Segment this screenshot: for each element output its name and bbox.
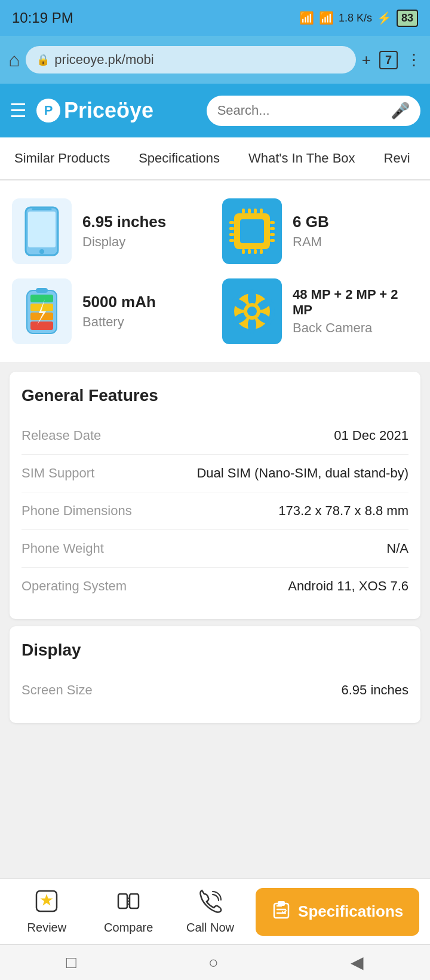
svg-rect-5 xyxy=(240,219,264,243)
svg-rect-14 xyxy=(242,209,245,213)
url-bar[interactable]: 🔒 priceoye.pk/mobi xyxy=(26,46,355,74)
browser-actions: + 7 ⋮ xyxy=(362,51,422,69)
svg-point-2 xyxy=(39,249,44,254)
menu-dots-icon[interactable]: ⋮ xyxy=(406,51,422,69)
display-features-section: Display Screen Size 6.95 inches xyxy=(10,626,420,723)
review-action[interactable]: Review xyxy=(6,889,88,935)
feature-key-screen-size: Screen Size xyxy=(22,682,176,698)
svg-rect-10 xyxy=(270,221,275,224)
logo-text: Priceöye xyxy=(64,98,153,123)
hamburger-icon[interactable]: ☰ xyxy=(10,99,27,122)
specs-clipboard-icon xyxy=(272,900,291,923)
feature-row-weight: Phone Weight N/A xyxy=(22,530,408,568)
bottom-bar: Review Compare Call Now xyxy=(0,878,430,944)
svg-rect-9 xyxy=(229,239,234,242)
svg-rect-24 xyxy=(30,321,53,330)
camera-label: Back Camera xyxy=(293,320,418,336)
svg-rect-12 xyxy=(270,233,275,236)
svg-rect-16 xyxy=(254,209,257,213)
svg-rect-7 xyxy=(229,227,234,230)
feature-key-sim: SIM Support xyxy=(22,466,176,481)
add-tab-icon[interactable]: + xyxy=(362,51,371,69)
nav-tabs: Similar Products Specifications What's I… xyxy=(0,137,430,180)
specifications-button[interactable]: Specifications xyxy=(256,888,419,936)
feature-row-dimensions: Phone Dimensions 173.2 x 78.7 x 8.8 mm xyxy=(22,492,408,530)
home-icon[interactable]: ⌂ xyxy=(8,49,20,71)
status-icons: 📶 📶 1.8 K/s ⚡ 83 xyxy=(299,10,418,27)
feature-val-screen-size: 6.95 inches xyxy=(176,682,408,698)
logo-icon: P xyxy=(36,99,60,122)
battery-spec-icon xyxy=(12,278,72,344)
nav-triangle-icon[interactable]: ◀ xyxy=(351,953,364,972)
feature-val-os: Android 11, XOS 7.6 xyxy=(176,578,408,594)
call-now-action[interactable]: Call Now xyxy=(170,889,251,935)
lock-icon: 🔒 xyxy=(36,53,50,66)
compare-action[interactable]: Compare xyxy=(88,889,170,935)
nav-square-icon[interactable]: □ xyxy=(66,953,76,972)
search-box[interactable]: 🎤 xyxy=(207,96,420,126)
compare-label: Compare xyxy=(104,921,153,935)
feature-val-dimensions: 173.2 x 78.7 x 8.8 mm xyxy=(176,503,408,519)
svg-rect-21 xyxy=(260,249,263,254)
feature-val-sim: Dual SIM (Nano-SIM, dual stand-by) xyxy=(176,466,408,481)
svg-rect-13 xyxy=(270,239,275,242)
svg-rect-20 xyxy=(254,249,257,254)
camera-spec-text: 48 MP + 2 MP + 2 MP Back Camera xyxy=(293,287,418,336)
feature-row-screen-size: Screen Size 6.95 inches xyxy=(22,672,408,709)
camera-icon xyxy=(222,278,282,344)
svg-rect-41 xyxy=(130,894,139,908)
feature-row-os: Operating System Android 11, XOS 7.6 xyxy=(22,568,408,605)
battery-label: Battery xyxy=(82,314,156,330)
battery-value: 5000 mAh xyxy=(82,293,156,311)
call-now-label: Call Now xyxy=(186,921,234,935)
feature-key-dimensions: Phone Dimensions xyxy=(22,503,176,519)
spec-item-battery: 5000 mAh Battery xyxy=(12,278,208,344)
tab-similar-products[interactable]: Similar Products xyxy=(0,137,124,179)
specifications-label: Specifications xyxy=(298,902,403,921)
feature-val-weight: N/A xyxy=(176,541,408,556)
feature-row-release-date: Release Date 01 Dec 2021 xyxy=(22,417,408,455)
wifi-icon: 📶 xyxy=(299,11,314,25)
svg-rect-17 xyxy=(260,209,263,213)
tab-reviews[interactable]: Revi xyxy=(370,137,425,179)
search-input[interactable] xyxy=(217,103,385,118)
svg-marker-39 xyxy=(41,894,53,906)
nav-circle-icon[interactable]: ○ xyxy=(208,953,219,972)
spec-item-display: 6.95 inches Display xyxy=(12,198,208,264)
feature-val-release-date: 01 Dec 2021 xyxy=(176,428,408,443)
ram-value: 6 GB xyxy=(293,213,329,231)
tab-specifications[interactable]: Specifications xyxy=(124,137,234,179)
svg-rect-40 xyxy=(118,894,127,908)
url-text: priceoye.pk/mobi xyxy=(54,52,153,68)
signal-icon: 📶 xyxy=(319,11,334,25)
display-features-title: Display xyxy=(22,641,408,660)
battery-level: 83 xyxy=(397,10,418,27)
browser-bar: ⌂ 🔒 priceoye.pk/mobi + 7 ⋮ xyxy=(0,36,430,84)
spec-item-camera: 48 MP + 2 MP + 2 MP Back Camera xyxy=(222,278,418,344)
tab-count[interactable]: 7 xyxy=(379,51,398,69)
specs-grid: 6.95 inches Display xyxy=(0,180,430,362)
app-header: ☰ P Priceöye 🎤 xyxy=(0,84,430,137)
svg-rect-18 xyxy=(242,249,245,254)
svg-rect-19 xyxy=(248,249,251,254)
feature-row-sim: SIM Support Dual SIM (Nano-SIM, dual sta… xyxy=(22,455,408,492)
svg-rect-15 xyxy=(248,209,251,213)
battery-spec-text: 5000 mAh Battery xyxy=(82,293,156,329)
spec-item-ram: 6 GB RAM xyxy=(222,198,418,264)
status-bar: 10:19 PM 📶 📶 1.8 K/s ⚡ 83 xyxy=(0,0,430,36)
display-label: Display xyxy=(82,234,166,250)
logo-area: P Priceöye xyxy=(36,98,197,123)
svg-point-37 xyxy=(247,307,257,316)
svg-rect-6 xyxy=(229,221,234,224)
compare-icon xyxy=(116,889,140,918)
chip-icon xyxy=(222,198,282,264)
tab-whats-in-box[interactable]: What's In The Box xyxy=(234,137,370,179)
svg-rect-27 xyxy=(30,295,53,302)
status-time: 10:19 PM xyxy=(12,10,73,26)
speed-label: 1.8 K/s xyxy=(339,12,372,24)
svg-rect-11 xyxy=(270,227,275,230)
svg-rect-1 xyxy=(28,212,56,247)
ram-label: RAM xyxy=(293,234,329,250)
svg-rect-23 xyxy=(36,288,48,293)
mic-icon[interactable]: 🎤 xyxy=(391,102,410,120)
